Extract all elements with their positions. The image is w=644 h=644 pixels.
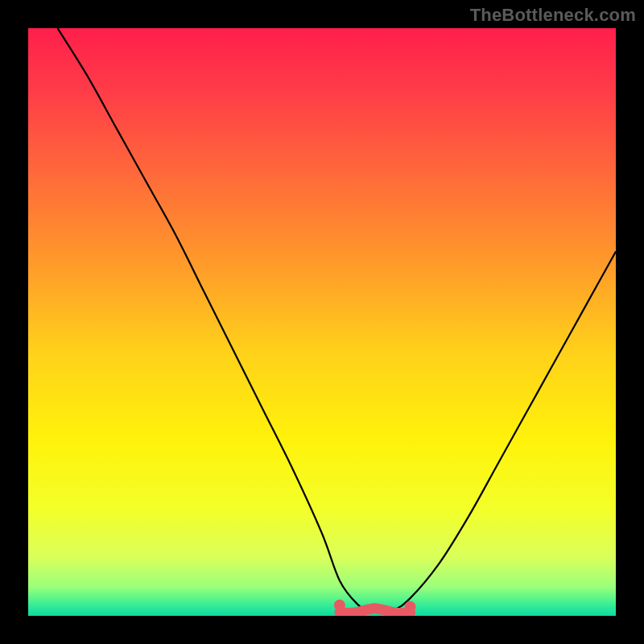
chart-frame: TheBottleneck.com xyxy=(0,0,644,644)
plot-area xyxy=(28,28,616,616)
watermark-text: TheBottleneck.com xyxy=(470,5,636,26)
gradient-background xyxy=(28,28,616,616)
svg-point-0 xyxy=(334,600,345,611)
svg-point-1 xyxy=(405,601,416,613)
chart-svg xyxy=(28,28,616,616)
